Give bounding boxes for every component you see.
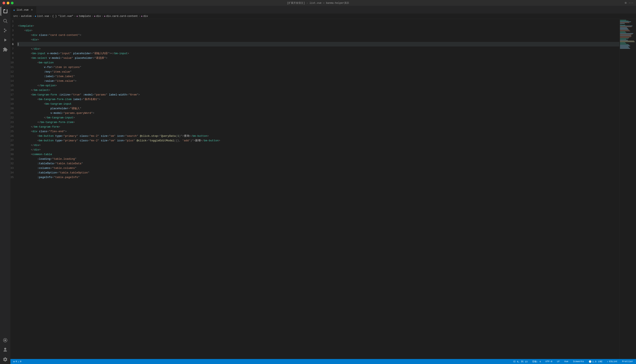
language-text: Vue — [564, 360, 568, 363]
minimize-button[interactable] — [7, 2, 10, 4]
activity-item-search[interactable] — [1, 16, 10, 26]
code-line-20: 20 placeholder="请输入" — [10, 106, 619, 111]
main-content: ◈ list.vue × src › autoCom › ◈ list.vue … — [10, 6, 636, 364]
mini-line — [620, 21, 628, 21]
status-spaces[interactable]: 空格: 4 — [531, 359, 542, 364]
activity-item-remote[interactable] — [1, 336, 10, 345]
activity-item-run[interactable] — [1, 36, 10, 44]
mini-line — [620, 36, 631, 37]
position-text: 行 6, 列 13 — [514, 360, 528, 363]
title-bar: [扩展开发宿主] - list.vue — banma-helper演示 ⊟ ·… — [0, 0, 636, 6]
tab-close-button[interactable]: × — [30, 8, 34, 12]
mini-line — [620, 25, 625, 26]
bc-div-card[interactable]: div.card.card-content — [106, 15, 138, 18]
mini-line — [620, 46, 630, 46]
mini-line — [620, 32, 626, 33]
bc-div1[interactable]: div — [96, 15, 101, 18]
code-editor[interactable]: 1 2 <template> 3 <div> — [10, 19, 619, 359]
mini-line — [620, 34, 632, 34]
mini-line — [620, 22, 631, 22]
code-line-35: 35 :pageInfo="table.pageInfo" — [10, 175, 619, 180]
close-button[interactable] — [2, 2, 5, 4]
status-encoding[interactable]: UTF-8 — [545, 359, 553, 364]
status-errors[interactable]: ⊗ 0 ⚠ 0 — [12, 359, 22, 364]
status-language[interactable]: Vue — [564, 359, 569, 364]
bc-div-icon: ◈ — [94, 14, 96, 18]
prettier-text: Prettier — [622, 360, 633, 363]
clock-icon: 🕐 — [589, 360, 592, 363]
theme-text: Iceworks — [573, 360, 584, 363]
mini-line — [620, 31, 630, 31]
bc-sep-5: › — [92, 15, 93, 18]
mini-line — [620, 42, 625, 43]
bc-autocom[interactable]: autoCom — [21, 15, 32, 18]
time-text: 1.5 小时 — [592, 360, 602, 363]
maximize-button[interactable] — [11, 2, 14, 4]
bc-file-icon: ◈ — [34, 14, 36, 18]
mini-line — [620, 32, 625, 32]
minimap — [619, 19, 636, 359]
code-line-19: 19 <bm-tangram-input — [10, 102, 619, 106]
bc-sep-3: › — [50, 15, 51, 18]
check-icon: ✓ — [607, 360, 608, 363]
code-line-28: 28 </div> — [10, 143, 619, 148]
mini-line — [620, 46, 628, 47]
code-line-7: 7 </div> — [10, 46, 619, 51]
mini-line — [620, 33, 633, 34]
status-right: 行 6, 列 13 空格: 4 UTF-8 LF Vue Iceworks — [512, 359, 634, 364]
mini-line — [620, 35, 631, 36]
code-line-29: 29 </div> — [10, 148, 619, 152]
code-line-15: 15 </bm-option> — [10, 83, 619, 88]
code-line-31: 31 :loading="table.loading" — [10, 156, 619, 161]
code-line-25: 25 <div class="flex-end"> — [10, 129, 619, 134]
activity-item-account[interactable] — [1, 345, 10, 354]
error-count: 0 — [16, 360, 17, 363]
bc-div3[interactable]: div — [144, 15, 148, 18]
mini-line — [620, 39, 626, 40]
code-line-21: 21 v-model="params.queryWord"> — [10, 111, 619, 115]
activity-item-explorer[interactable] — [1, 7, 10, 16]
mini-line — [620, 41, 634, 41]
tab-label: list.vue — [16, 8, 28, 12]
mini-line — [620, 45, 629, 46]
status-position[interactable]: 行 6, 列 13 — [512, 359, 528, 364]
code-line-6: 6 — [10, 42, 619, 46]
activity-item-extensions[interactable] — [1, 45, 10, 54]
status-line-ending[interactable]: LF — [556, 359, 560, 364]
bc-div3-icon: ◈ — [141, 14, 142, 18]
window-controls[interactable] — [2, 2, 14, 4]
code-line-34: 34 :tableOption="table.tableOption" — [10, 170, 619, 175]
app-body: ◈ list.vue × src › autoCom › ◈ list.vue … — [0, 6, 636, 364]
status-prettier[interactable]: Prettier — [621, 359, 634, 364]
bc-obj[interactable]: { } "list.vue" — [52, 15, 73, 18]
svg-rect-3 — [7, 10, 7, 13]
svg-rect-1 — [4, 10, 4, 13]
bc-template[interactable]: template — [79, 15, 91, 18]
code-line-22: 22 </bm-tangram-input> — [10, 115, 619, 120]
code-line-23: 23 </bm-tangram-form-item> — [10, 120, 619, 124]
eslint-text: ESLint — [609, 360, 618, 363]
code-line-11: 11 v-for="item in options" — [10, 65, 619, 70]
more-actions-icon[interactable]: ··· — [629, 2, 634, 4]
bc-src[interactable]: src — [13, 15, 18, 18]
svg-rect-2 — [4, 13, 7, 13]
mini-line — [620, 40, 628, 40]
mini-line — [620, 27, 627, 28]
warning-icon: ⚠ — [18, 360, 19, 363]
status-time[interactable]: 🕐 1.5 小时 — [588, 359, 603, 364]
minimap-content — [620, 19, 636, 50]
code-line-27: 27 <bm-button type="primary" class="mx-2… — [10, 138, 619, 143]
bc-filename[interactable]: list.vue — [37, 15, 49, 18]
activity-item-scm[interactable] — [1, 26, 10, 35]
editor-area: 1 2 <template> 3 <div> — [10, 19, 636, 359]
breadcrumb: src › autoCom › ◈ list.vue › { } "list.v… — [10, 14, 636, 19]
mini-line — [620, 23, 625, 24]
status-eslint[interactable]: ✓ ESLint — [606, 359, 618, 364]
split-editor-icon[interactable]: ⊟ — [625, 1, 626, 4]
mini-line — [620, 24, 622, 24]
mini-line — [620, 29, 628, 30]
status-theme[interactable]: Iceworks — [572, 359, 585, 364]
code-line-8: 8 <bm-input v-model="input" placeholder=… — [10, 51, 619, 56]
activity-item-settings[interactable] — [1, 355, 10, 364]
tab-list-vue[interactable]: ◈ list.vue × — [10, 6, 37, 14]
